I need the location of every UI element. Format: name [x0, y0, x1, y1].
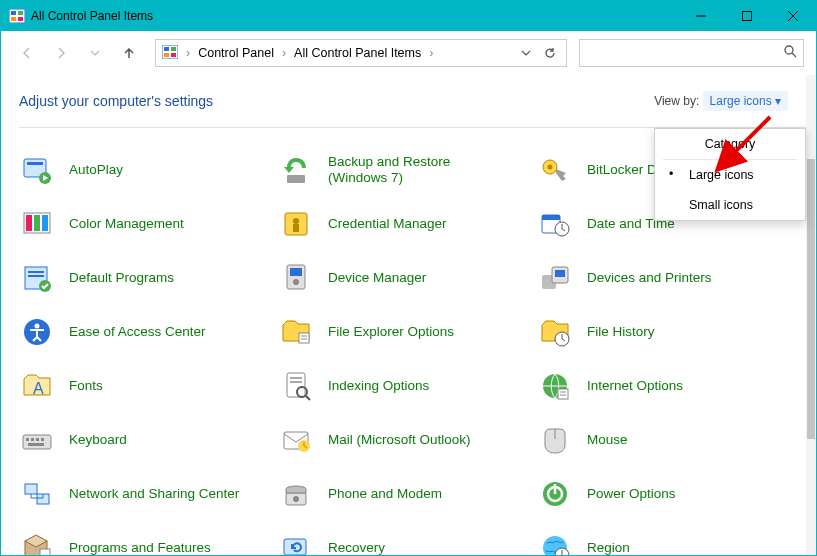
view-by-dropdown[interactable]: Large icons ▾	[703, 91, 788, 111]
cp-item-mail[interactable]: Mail (Microsoft Outlook)	[278, 420, 537, 460]
cp-item-network[interactable]: Network and Sharing Center	[19, 474, 278, 514]
cp-item-mouse[interactable]: Mouse	[537, 420, 796, 460]
item-label: Ease of Access Center	[69, 324, 206, 340]
breadcrumb-current[interactable]: All Control Panel Items	[294, 46, 421, 60]
cp-item-folderopt[interactable]: File Explorer Options	[278, 312, 537, 352]
recent-dropdown-button[interactable]	[81, 39, 109, 67]
svg-rect-12	[164, 53, 169, 57]
svg-point-14	[785, 46, 793, 54]
item-label: Power Options	[587, 486, 676, 502]
item-label: Programs and Features	[69, 540, 211, 555]
item-label: Mouse	[587, 432, 628, 448]
view-by-label: View by:	[654, 94, 699, 108]
item-label: AutoPlay	[69, 162, 123, 178]
devicemgr-icon	[278, 260, 314, 296]
up-button[interactable]	[115, 39, 143, 67]
region-icon	[537, 530, 573, 555]
cp-item-phone[interactable]: Phone and Modem	[278, 474, 537, 514]
cp-item-filehist[interactable]: File History	[537, 312, 796, 352]
search-input[interactable]	[586, 45, 783, 61]
item-label: Default Programs	[69, 270, 174, 286]
cp-item-power[interactable]: Power Options	[537, 474, 796, 514]
item-label: Fonts	[69, 378, 103, 394]
cp-item-programs[interactable]: Programs and Features	[19, 528, 278, 555]
chevron-right-icon[interactable]: ›	[429, 46, 433, 60]
svg-rect-37	[290, 268, 302, 276]
refresh-button[interactable]	[540, 46, 560, 60]
svg-rect-24	[34, 215, 40, 231]
item-label: File Explorer Options	[328, 324, 454, 340]
svg-point-43	[35, 324, 40, 329]
svg-rect-59	[28, 443, 44, 446]
cp-item-devices[interactable]: Devices and Printers	[537, 258, 796, 298]
cp-item-autoplay[interactable]: AutoPlay	[19, 150, 278, 190]
scrollbar-thumb[interactable]	[807, 159, 815, 439]
address-dropdown-button[interactable]	[516, 48, 536, 58]
credential-icon	[278, 206, 314, 242]
address-bar[interactable]: › Control Panel › All Control Panel Item…	[155, 39, 567, 67]
cp-item-color[interactable]: Color Management	[19, 204, 278, 244]
folderopt-icon	[278, 314, 314, 350]
back-button[interactable]	[13, 39, 41, 67]
view-by-menu: Category Large icons Small icons	[654, 128, 806, 221]
filehist-icon	[537, 314, 573, 350]
address-icon	[162, 45, 178, 62]
svg-rect-30	[542, 215, 560, 220]
scrollbar[interactable]	[806, 75, 816, 555]
svg-text:A: A	[33, 380, 44, 397]
item-label: Devices and Printers	[587, 270, 712, 286]
cp-item-indexing[interactable]: Indexing Options	[278, 366, 537, 406]
item-label: Color Management	[69, 216, 184, 232]
datetime-icon	[537, 206, 573, 242]
cp-item-recovery[interactable]: Recovery	[278, 528, 537, 555]
view-option-category[interactable]: Category	[655, 129, 805, 159]
cp-item-devicemgr[interactable]: Device Manager	[278, 258, 537, 298]
svg-rect-23	[26, 215, 32, 231]
keyboard-icon	[19, 422, 55, 458]
close-button[interactable]	[770, 1, 816, 31]
svg-rect-49	[290, 381, 302, 383]
item-label: BitLocker Dri	[587, 162, 664, 178]
maximize-button[interactable]	[724, 1, 770, 31]
item-label: Backup and Restore (Windows 7)	[328, 154, 508, 186]
svg-rect-54	[23, 435, 51, 449]
title-bar: All Control Panel Items	[1, 1, 816, 31]
cp-item-credential[interactable]: Credential Manager	[278, 204, 537, 244]
forward-button[interactable]	[47, 39, 75, 67]
app-icon	[9, 9, 25, 23]
view-option-large-icons[interactable]: Large icons	[655, 160, 805, 190]
search-box[interactable]	[579, 39, 804, 67]
svg-rect-19	[287, 175, 305, 183]
search-icon[interactable]	[783, 44, 797, 62]
recovery-icon	[278, 530, 314, 555]
cp-item-fonts[interactable]: AFonts	[19, 366, 278, 406]
cp-item-region[interactable]: Region	[537, 528, 796, 555]
item-label: Internet Options	[587, 378, 683, 394]
devices-icon	[537, 260, 573, 296]
svg-rect-2	[18, 11, 23, 15]
cp-item-internet[interactable]: Internet Options	[537, 366, 796, 406]
autoplay-icon	[19, 152, 55, 188]
cp-item-keyboard[interactable]: Keyboard	[19, 420, 278, 460]
svg-rect-53	[558, 389, 568, 399]
view-option-small-icons[interactable]: Small icons	[655, 190, 805, 220]
minimize-button[interactable]	[678, 1, 724, 31]
phone-icon	[278, 476, 314, 512]
page-title: Adjust your computer's settings	[19, 93, 213, 109]
svg-rect-56	[31, 438, 34, 441]
chevron-right-icon[interactable]: ›	[282, 46, 286, 60]
power-icon	[537, 476, 573, 512]
cp-item-backup[interactable]: Backup and Restore (Windows 7)	[278, 150, 537, 190]
cp-item-ease[interactable]: Ease of Access Center	[19, 312, 278, 352]
svg-rect-55	[26, 438, 29, 441]
svg-line-51	[306, 396, 310, 400]
cp-item-default[interactable]: Default Programs	[19, 258, 278, 298]
svg-rect-58	[41, 438, 44, 441]
breadcrumb-root[interactable]: Control Panel	[198, 46, 274, 60]
chevron-right-icon[interactable]: ›	[186, 46, 190, 60]
svg-rect-33	[28, 271, 44, 273]
svg-rect-71	[40, 549, 50, 555]
ease-icon	[19, 314, 55, 350]
svg-rect-41	[555, 270, 565, 277]
backup-icon	[278, 152, 314, 188]
